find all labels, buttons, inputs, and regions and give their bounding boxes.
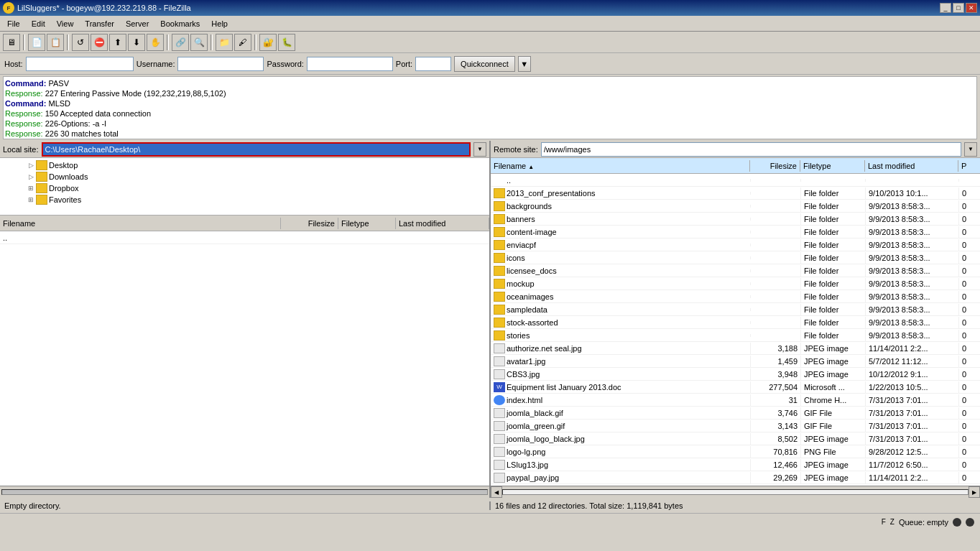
toolbar-btn9[interactable]: 🖋 <box>234 34 251 51</box>
folder-icon <box>36 183 47 193</box>
close-button[interactable]: ✕ <box>966 3 977 13</box>
host-label: Host: <box>4 60 23 68</box>
remote-cell-perms: 0 <box>958 187 980 199</box>
remote-col-perms[interactable]: P <box>958 160 980 172</box>
remote-cell-type: File folder <box>800 291 865 302</box>
remote-row[interactable]: joomla_black.gif 3,746 GIF File 7/31/201… <box>491 407 980 420</box>
expand-icon-downloads[interactable]: ▷ <box>27 173 34 180</box>
remote-row[interactable]: icons File folder 9/9/2013 8:58:3... 0 <box>491 251 980 264</box>
local-col-modified[interactable]: Last modified <box>396 218 489 229</box>
remote-row[interactable]: stock-assorted File folder 9/9/2013 8:58… <box>491 316 980 329</box>
remote-col-filename[interactable]: Filename ▲ <box>491 160 750 172</box>
toolbar-cancel[interactable]: ⛔ <box>91 34 108 51</box>
menu-file[interactable]: File <box>1 18 26 29</box>
tree-item-favorites[interactable]: ⊞ Favorites <box>1 194 488 205</box>
local-site-dropdown[interactable]: ▼ <box>473 142 486 157</box>
remote-row[interactable]: avatar1.jpg 1,459 JPEG image 5/7/2012 11… <box>491 355 980 368</box>
quickconnect-button[interactable]: Quickconnect <box>454 56 515 72</box>
local-col-filesize[interactable]: Filesize <box>281 218 338 229</box>
remote-cell-perms: 0 <box>958 446 980 458</box>
folder-icon <box>494 253 505 263</box>
remote-col-modified[interactable]: Last modified <box>865 160 958 172</box>
remote-cell-size: 70,816 <box>750 446 800 458</box>
remote-cell-perms: 0 <box>958 433 980 445</box>
remote-row[interactable]: authorize.net seal.jpg 3,188 JPEG image … <box>491 342 980 355</box>
remote-row[interactable]: content-image File folder 9/9/2013 8:58:… <box>491 226 980 239</box>
remote-row[interactable]: 2013_conf_presentations File folder 9/10… <box>491 187 980 200</box>
remote-cell-type: Microsoft ... <box>800 381 865 393</box>
toolbar-btn11[interactable]: 🐛 <box>278 34 295 51</box>
expand-icon-dropbox[interactable]: ⊞ <box>27 185 34 192</box>
menu-bookmarks[interactable]: Bookmarks <box>154 18 205 29</box>
toolbar-refresh[interactable]: ↺ <box>72 34 89 51</box>
maximize-button[interactable]: □ <box>953 3 964 13</box>
remote-row[interactable]: mockup File folder 9/9/2013 8:58:3... 0 <box>491 277 980 290</box>
password-input[interactable] <box>307 57 393 71</box>
toolbar-btn6[interactable]: 🔗 <box>172 34 189 51</box>
toolbar-siteman[interactable]: 🖥 <box>3 34 20 51</box>
remote-row[interactable]: joomla_logo_black.jpg 8,502 JPEG image 7… <box>491 432 980 445</box>
remote-row[interactable]: backgrounds File folder 9/9/2013 8:58:3.… <box>491 200 980 213</box>
remote-site-input[interactable] <box>541 142 961 157</box>
remote-files-header: Filename ▲ Filesize Filetype Last modifi… <box>491 158 980 174</box>
remote-row[interactable]: sampledata File folder 9/9/2013 8:58:3..… <box>491 303 980 316</box>
minimize-button[interactable]: _ <box>940 3 951 13</box>
local-row-parent[interactable]: .. <box>0 231 489 244</box>
hscroll-right-btn[interactable]: ▶ <box>969 486 980 498</box>
port-input[interactable] <box>415 57 451 71</box>
toolbar-btn7[interactable]: 🔍 <box>190 34 208 51</box>
hscrollbar-right[interactable] <box>502 489 969 495</box>
remote-cell-perms <box>958 179 980 182</box>
file-icon <box>494 343 505 353</box>
remote-row[interactable]: paypal_pay.jpg 29,269 JPEG image 11/14/2… <box>491 471 980 484</box>
expand-icon-desktop[interactable]: ▷ <box>27 162 34 169</box>
local-col-filename[interactable]: Filename <box>0 218 281 229</box>
remote-row[interactable]: LSlug13.jpg 12,466 JPEG image 11/7/2012 … <box>491 458 980 471</box>
remote-row[interactable]: banners File folder 9/9/2013 8:58:3... 0 <box>491 213 980 226</box>
chrome-icon <box>494 395 505 405</box>
remote-cell-perms: 0 <box>958 343 980 354</box>
remote-row[interactable]: index.html 31 Chrome H... 7/31/2013 7:01… <box>491 394 980 407</box>
menu-view[interactable]: View <box>51 18 80 29</box>
local-site-input[interactable] <box>42 142 471 157</box>
remote-row[interactable]: logo-lg.png 70,816 PNG File 9/28/2012 12… <box>491 445 980 458</box>
remote-row[interactable]: WEquipment list January 2013.doc 277,504… <box>491 381 980 394</box>
remote-cell-name: joomla_green.gif <box>491 420 750 432</box>
tree-item-downloads[interactable]: ▷ Downloads <box>1 171 488 182</box>
hscroll-left-btn[interactable]: ◀ <box>491 486 502 498</box>
remote-col-filesize[interactable]: Filesize <box>750 160 800 172</box>
remote-row[interactable]: oceanimages File folder 9/9/2013 8:58:3.… <box>491 290 980 303</box>
tree-item-desktop[interactable]: ▷ Desktop <box>1 159 488 171</box>
remote-cell-type: File folder <box>800 213 865 225</box>
quickconnect-dropdown[interactable]: ▼ <box>518 56 531 72</box>
remote-row[interactable]: .. <box>491 174 980 187</box>
hscrollbar-left[interactable] <box>1 489 488 495</box>
titlebar-title: LilSluggers* - bogeyw@192.232.219.88 - F… <box>17 4 191 12</box>
toolbar-btn8[interactable]: 📁 <box>216 34 233 51</box>
expand-icon-favorites[interactable]: ⊞ <box>27 196 34 203</box>
remote-row[interactable]: CBS3.jpg 3,948 JPEG image 10/12/2012 9:1… <box>491 368 980 381</box>
remote-row[interactable]: licensee_docs File folder 9/9/2013 8:58:… <box>491 264 980 277</box>
toolbar-btn4[interactable]: ⬇ <box>128 34 145 51</box>
toolbar-btn3[interactable]: ⬆ <box>109 34 126 51</box>
titlebar-controls: _ □ ✕ <box>940 3 977 13</box>
remote-row[interactable]: joomla_green.gif 3,143 GIF File 7/31/201… <box>491 420 980 432</box>
local-col-filetype[interactable]: Filetype <box>338 218 396 229</box>
toolbar-btn1[interactable]: 📄 <box>28 34 45 51</box>
folder-icon <box>494 227 505 237</box>
toolbar-btn5[interactable]: ✋ <box>147 34 164 51</box>
username-input[interactable] <box>177 57 264 71</box>
host-input[interactable] <box>26 57 134 71</box>
folder-icon <box>36 160 47 170</box>
menu-transfer[interactable]: Transfer <box>79 18 120 29</box>
toolbar-btn2[interactable]: 📋 <box>47 34 64 51</box>
remote-col-filetype[interactable]: Filetype <box>800 160 865 172</box>
remote-row[interactable]: stories File folder 9/9/2013 8:58:3... 0 <box>491 329 980 342</box>
menu-help[interactable]: Help <box>205 18 234 29</box>
menu-server[interactable]: Server <box>120 18 154 29</box>
tree-item-dropbox[interactable]: ⊞ Dropbox <box>1 182 488 194</box>
toolbar-btn10[interactable]: 🔐 <box>259 34 277 51</box>
remote-site-dropdown[interactable]: ▼ <box>964 142 977 157</box>
remote-row[interactable]: enviacpf File folder 9/9/2013 8:58:3... … <box>491 239 980 251</box>
menu-edit[interactable]: Edit <box>26 18 51 29</box>
